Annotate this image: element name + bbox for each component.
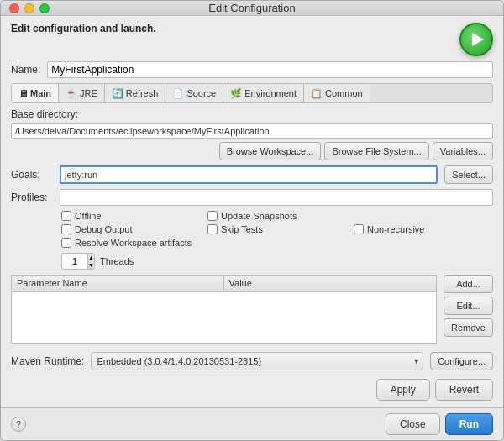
run-button[interactable] <box>459 23 493 56</box>
skip-tests-checkbox[interactable] <box>207 224 218 234</box>
parameter-section: Parameter Name Value Add... Edit... Remo… <box>11 275 493 344</box>
profiles-row: Profiles: <box>11 189 493 206</box>
main-icon: 🖥 <box>18 88 28 98</box>
apply-button[interactable]: Apply <box>376 379 430 401</box>
run-icon <box>472 33 484 46</box>
offline-checkbox[interactable] <box>61 211 71 221</box>
non-recursive-checkbox-label[interactable]: Non-recursive <box>354 224 493 234</box>
param-value-header: Value <box>224 276 437 291</box>
environment-icon: 🌿 <box>230 88 242 99</box>
footer: ? Close Run <box>1 407 503 440</box>
tab-jre[interactable]: ☕ JRE <box>59 84 105 102</box>
update-snapshots-checkbox-label[interactable]: Update Snapshots <box>207 211 347 221</box>
base-dir-label: Base directory: <box>11 108 493 120</box>
remove-param-button[interactable]: Remove <box>444 318 493 337</box>
tab-main[interactable]: 🖥 Main <box>12 84 59 102</box>
spinner-down-arrow[interactable]: ▼ <box>88 261 94 269</box>
browse-workspace-button[interactable]: Browse Workspace... <box>219 142 322 160</box>
maven-runtime-label: Maven Runtime: <box>11 355 84 367</box>
debug-output-checkbox[interactable] <box>61 224 71 234</box>
maven-runtime-select[interactable]: Embedded (3.0.4/1.4.0.20130531-2315) <box>91 352 423 370</box>
base-directory-section: Base directory: Browse Workspace... Brow… <box>11 108 493 160</box>
resolve-workspace-checkbox[interactable] <box>61 238 71 248</box>
source-icon: 📄 <box>172 88 184 99</box>
threads-value[interactable]: 1 <box>62 256 87 266</box>
goals-input[interactable] <box>60 165 438 184</box>
spinner-arrows[interactable]: ▲ ▼ <box>87 254 94 269</box>
maven-select-wrapper[interactable]: Embedded (3.0.4/1.4.0.20130531-2315) ▼ <box>91 352 423 370</box>
threads-spinner[interactable]: 1 ▲ ▼ <box>61 253 95 270</box>
revert-button[interactable]: Revert <box>435 379 493 401</box>
resolve-workspace-checkbox-label[interactable]: Resolve Workspace artifacts <box>61 238 493 248</box>
param-action-buttons: Add... Edit... Remove <box>444 275 493 344</box>
tab-refresh[interactable]: 🔄 Refresh <box>105 84 166 102</box>
offline-checkbox-label[interactable]: Offline <box>61 211 201 221</box>
name-input[interactable] <box>47 61 493 78</box>
spinner-up-arrow[interactable]: ▲ <box>88 254 94 261</box>
select-button[interactable]: Select... <box>444 165 493 184</box>
profiles-input[interactable] <box>60 189 493 206</box>
threads-row: 1 ▲ ▼ Threads <box>11 253 493 270</box>
run-footer-button[interactable]: Run <box>445 413 493 435</box>
debug-output-checkbox-label[interactable]: Debug Output <box>61 224 201 234</box>
base-dir-input[interactable] <box>11 123 493 139</box>
header-row: Edit configuration and launch. <box>11 23 493 56</box>
goals-label: Goals: <box>11 169 53 181</box>
param-table-body[interactable] <box>12 292 436 343</box>
traffic-lights[interactable] <box>9 3 50 13</box>
name-label: Name: <box>11 64 40 76</box>
configure-runtime-button[interactable]: Configure... <box>430 352 493 370</box>
maximize-traffic-light[interactable] <box>39 3 50 13</box>
tab-source[interactable]: 📄 Source <box>165 84 223 102</box>
threads-label: Threads <box>100 256 134 266</box>
param-table-header: Parameter Name Value <box>12 276 436 292</box>
window-title: Edit Configuration <box>208 2 295 14</box>
update-snapshots-checkbox[interactable] <box>207 211 218 221</box>
tab-common[interactable]: 📋 Common <box>304 84 370 102</box>
header-description: Edit configuration and launch. <box>11 23 156 34</box>
maven-runtime-row: Maven Runtime: Embedded (3.0.4/1.4.0.201… <box>11 352 493 370</box>
browse-buttons: Browse Workspace... Browse File System..… <box>11 142 493 160</box>
edit-param-button[interactable]: Edit... <box>444 297 493 315</box>
browse-file-system-button[interactable]: Browse File System... <box>324 142 428 160</box>
parameter-table: Parameter Name Value <box>11 275 437 344</box>
add-param-button[interactable]: Add... <box>444 275 493 293</box>
bottom-actions: Apply Revert <box>11 379 493 401</box>
refresh-icon: 🔄 <box>112 88 123 99</box>
close-button[interactable]: Close <box>386 413 440 435</box>
skip-tests-checkbox-label[interactable]: Skip Tests <box>207 224 347 234</box>
variables-button[interactable]: Variables... <box>433 142 493 160</box>
minimize-traffic-light[interactable] <box>24 3 34 13</box>
common-icon: 📋 <box>311 88 323 99</box>
tab-environment[interactable]: 🌿 Environment <box>223 84 304 102</box>
checkboxes-grid: Offline Update Snapshots Debug Output Sk… <box>11 211 493 248</box>
tabs-bar: 🖥 Main ☕ JRE 🔄 Refresh 📄 Source 🌿 Enviro… <box>11 83 493 103</box>
help-button[interactable]: ? <box>11 417 26 432</box>
jre-icon: ☕ <box>66 88 77 99</box>
footer-right-buttons: Close Run <box>386 413 493 435</box>
param-name-header: Parameter Name <box>12 276 224 291</box>
profiles-label: Profiles: <box>11 192 53 203</box>
close-traffic-light[interactable] <box>9 3 19 13</box>
non-recursive-checkbox[interactable] <box>354 224 364 234</box>
goals-row: Goals: Select... <box>11 165 493 184</box>
name-row: Name: <box>11 61 493 78</box>
title-bar: Edit Configuration <box>1 1 503 16</box>
